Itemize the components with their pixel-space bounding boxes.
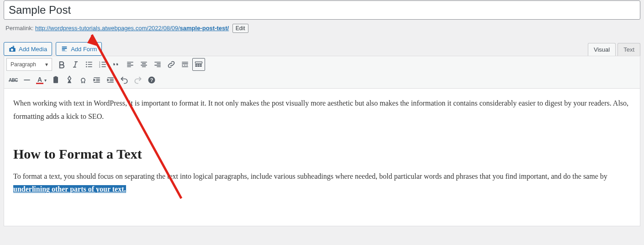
- strikethrough-button[interactable]: ABC: [7, 74, 20, 86]
- svg-text:3: 3: [99, 65, 100, 68]
- svg-rect-9: [200, 64, 202, 65]
- edit-slug-button[interactable]: Edit: [232, 24, 248, 33]
- permalink-label: Permalink:: [5, 25, 33, 32]
- align-left-button[interactable]: [124, 58, 137, 71]
- outdent-button[interactable]: [90, 74, 103, 86]
- clear-formatting-button[interactable]: [63, 74, 76, 86]
- numbered-list-button[interactable]: 123: [96, 58, 109, 71]
- svg-rect-12: [200, 66, 202, 67]
- help-button[interactable]: ?: [145, 74, 158, 86]
- svg-rect-6: [195, 62, 202, 63]
- svg-text:?: ?: [150, 77, 153, 83]
- post-title-input[interactable]: [4, 0, 640, 20]
- special-char-button[interactable]: [77, 74, 90, 86]
- link-button[interactable]: [165, 58, 178, 71]
- content-paragraph: To format a text, you should focus on se…: [13, 170, 631, 197]
- align-center-button[interactable]: [137, 58, 150, 71]
- bullet-list-button[interactable]: [83, 58, 95, 71]
- tab-text[interactable]: Text: [618, 43, 640, 56]
- redo-button[interactable]: [132, 74, 144, 86]
- undo-button[interactable]: [118, 74, 131, 86]
- caret-down-icon: ▾: [45, 61, 48, 68]
- permalink-link[interactable]: http://wordpress-tutorials.atwebpages.co…: [35, 25, 229, 32]
- indent-button[interactable]: [104, 74, 117, 86]
- svg-rect-7: [195, 64, 197, 65]
- add-form-button[interactable]: Add Form: [56, 42, 102, 56]
- permalink-row: Permalink: http://wordpress-tutorials.at…: [4, 20, 640, 37]
- add-media-button[interactable]: Add Media: [4, 42, 52, 56]
- bold-button[interactable]: [55, 58, 68, 71]
- caret-down-icon: ▾: [44, 78, 47, 83]
- svg-rect-8: [198, 64, 200, 65]
- format-select[interactable]: Paragraph ▾: [6, 58, 52, 71]
- read-more-button[interactable]: [179, 58, 191, 71]
- toolbar-toggle-button[interactable]: [192, 58, 205, 71]
- svg-point-1: [86, 64, 87, 65]
- content-paragraph: When working with text in WordPress, it …: [13, 97, 631, 123]
- editor-box: Paragraph ▾ 123 ABC A ▾: [4, 56, 640, 226]
- svg-rect-14: [55, 76, 57, 78]
- svg-rect-13: [53, 77, 58, 83]
- toolbar: Paragraph ▾ 123 ABC A ▾: [4, 56, 640, 89]
- paste-text-button[interactable]: [49, 74, 62, 86]
- horizontal-line-button[interactable]: [21, 74, 33, 86]
- svg-rect-10: [195, 66, 197, 67]
- svg-point-0: [86, 62, 87, 63]
- align-right-button[interactable]: [151, 58, 164, 71]
- content-editor[interactable]: When working with text in WordPress, it …: [4, 89, 640, 226]
- text-color-button[interactable]: A ▾: [34, 74, 48, 86]
- italic-button[interactable]: [69, 58, 82, 71]
- tab-visual[interactable]: Visual: [588, 43, 616, 56]
- content-heading: How to Format a Text: [13, 142, 631, 166]
- blockquote-button[interactable]: [110, 58, 123, 71]
- form-icon: [61, 45, 68, 53]
- camera-music-icon: [9, 45, 16, 53]
- selected-text: underlining other parts of your text.: [13, 185, 126, 193]
- svg-rect-11: [198, 66, 200, 67]
- svg-point-2: [86, 66, 87, 68]
